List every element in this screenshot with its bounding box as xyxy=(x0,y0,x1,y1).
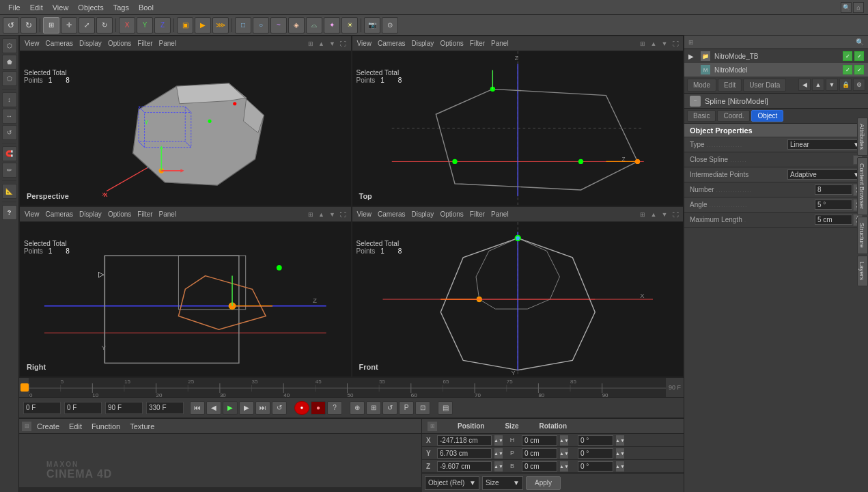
snap-extra-button[interactable]: ⊡ xyxy=(415,401,430,415)
sphere-object-button[interactable]: ○ xyxy=(253,17,269,33)
z-rot-arrow[interactable]: ▲▼ xyxy=(616,461,624,472)
vp-front-view-menu[interactable]: View xyxy=(355,210,374,219)
vp-right-expand-icon[interactable]: ⊞ xyxy=(306,210,316,219)
vp-perspective-panel-menu[interactable]: Panel xyxy=(157,39,179,48)
menu-view[interactable]: View xyxy=(48,2,73,13)
attributes-tab[interactable]: Attributes xyxy=(857,118,868,156)
vp-front-cameras-menu[interactable]: Cameras xyxy=(376,210,408,219)
vp-right-down-icon[interactable]: ▼ xyxy=(328,210,337,219)
x-axis-button[interactable]: X xyxy=(119,17,135,33)
vp-front-expand-icon[interactable]: ⊞ xyxy=(638,210,647,219)
y-pos-field[interactable]: 6.703 cm xyxy=(437,448,492,459)
light-button[interactable]: ☀ xyxy=(341,17,358,33)
y-size-field[interactable]: 0 cm xyxy=(522,448,557,459)
vp-front-display-menu[interactable]: Display xyxy=(410,210,436,219)
vp-top-filter-menu[interactable]: Filter xyxy=(468,39,487,48)
panel-nav-settings[interactable]: ⚙ xyxy=(853,79,865,91)
current-frame-field[interactable]: 0 F xyxy=(64,402,102,414)
end-frame-field[interactable]: 90 F xyxy=(105,402,143,414)
object-rel-dropdown[interactable]: Object (Rel) ▼ xyxy=(425,476,479,490)
move-icon[interactable]: ↕ xyxy=(2,92,17,107)
record-active-button[interactable]: ● xyxy=(311,401,326,415)
cube-object-button[interactable]: □ xyxy=(235,17,251,33)
spline-button[interactable]: ~ xyxy=(270,17,287,33)
snap-button[interactable]: ⊙ xyxy=(382,17,398,33)
render-all-button[interactable]: ⋙ xyxy=(212,17,229,33)
x-rot-arrow[interactable]: ▲▼ xyxy=(616,435,624,446)
panel-nav-up[interactable]: ▲ xyxy=(812,79,824,91)
texture-tab[interactable]: Texture xyxy=(126,421,158,432)
obj-vis1-check[interactable]: ✓ xyxy=(843,51,852,61)
vp-right-fullscreen-icon[interactable]: ⛶ xyxy=(339,210,348,219)
menu-file[interactable]: File xyxy=(4,2,25,13)
vp-expand-icon[interactable]: ⊞ xyxy=(306,39,316,49)
skip-start-button[interactable]: ⏮ xyxy=(190,401,205,415)
vp-front-up-icon[interactable]: ▲ xyxy=(649,210,658,219)
type-dropdown[interactable]: Linear ▼ xyxy=(787,139,863,150)
z-rot-field[interactable]: 0 ° xyxy=(578,461,613,472)
home-icon[interactable]: ⌂ xyxy=(853,2,864,13)
y-pos-arrow[interactable]: ▲▼ xyxy=(494,448,503,459)
x-pos-arrow[interactable]: ▲▼ xyxy=(494,435,503,446)
vp-front-down-icon[interactable]: ▼ xyxy=(660,210,669,219)
vp-perspective-options-menu[interactable]: Options xyxy=(106,39,133,48)
step-back-button[interactable]: ◀ xyxy=(206,401,221,415)
max-length-field[interactable]: 5 cm xyxy=(815,215,852,225)
vp-up-icon[interactable]: ▲ xyxy=(317,39,326,49)
vp-right-view-menu[interactable]: View xyxy=(23,210,42,219)
menu-tags[interactable]: Tags xyxy=(109,2,133,13)
x-size-field[interactable]: 0 cm xyxy=(522,435,557,446)
vp-fullscreen-icon[interactable]: ⛶ xyxy=(339,39,348,49)
sub-tab-object[interactable]: Object xyxy=(751,110,783,122)
edit-tab-panel[interactable]: Edit xyxy=(718,79,742,92)
polygon-mode-icon[interactable]: ⬠ xyxy=(2,71,17,86)
size-dropdown[interactable]: Size ▼ xyxy=(482,476,523,490)
ruler-icon[interactable]: 📐 xyxy=(2,184,17,199)
vp-top-panel-menu[interactable]: Panel xyxy=(489,39,511,48)
obj-list-item-nitromode-tb[interactable]: ▶ 📁 NitroMode_TB ✓ ✓ xyxy=(684,49,868,63)
move-tool-button[interactable]: ✛ xyxy=(61,17,77,33)
render-active-button[interactable]: ▶ xyxy=(195,17,211,33)
vp-top-expand-icon[interactable]: ⊞ xyxy=(638,39,647,49)
panel-nav-left[interactable]: ◀ xyxy=(798,79,811,91)
vp-front-options-menu[interactable]: Options xyxy=(438,210,465,219)
vp-perspective-filter-menu[interactable]: Filter xyxy=(135,39,154,48)
create-tab[interactable]: Create xyxy=(33,421,64,432)
points-mode-icon[interactable]: ⬡ xyxy=(2,38,17,53)
redo-button[interactable]: ↻ xyxy=(20,17,37,33)
panel-nav-lock[interactable]: 🔒 xyxy=(839,79,852,91)
undo-button[interactable]: ↺ xyxy=(3,17,19,33)
rotate-tool-button[interactable]: ↻ xyxy=(96,17,113,33)
x-rot-field[interactable]: 0 ° xyxy=(578,435,613,446)
z-axis-button[interactable]: Z xyxy=(154,17,171,33)
menu-edit[interactable]: Edit xyxy=(26,2,47,13)
deform-button[interactable]: ⌓ xyxy=(306,17,322,33)
snap-pivot-button[interactable]: P xyxy=(399,401,414,415)
start-frame-field[interactable]: 0 F xyxy=(23,402,61,414)
play-button[interactable]: ▶ xyxy=(223,401,238,415)
menu-objects[interactable]: Objects xyxy=(74,2,107,13)
paint-icon[interactable]: ✏ xyxy=(2,163,17,178)
vp-top-fullscreen-icon[interactable]: ⛶ xyxy=(671,39,680,49)
snap-rotate-button[interactable]: ↺ xyxy=(382,401,397,415)
obj-vis2-check[interactable]: ✓ xyxy=(854,51,864,61)
nurbs-button[interactable]: ◈ xyxy=(288,17,305,33)
obj-model-vis2[interactable]: ✓ xyxy=(854,65,864,74)
y-rot-field[interactable]: 0 ° xyxy=(578,448,613,459)
select-tool-button[interactable]: ⊞ xyxy=(43,17,59,33)
vp-top-down-icon[interactable]: ▼ xyxy=(660,39,669,49)
vp-top-cameras-menu[interactable]: Cameras xyxy=(376,39,408,48)
vp-perspective-view-menu[interactable]: View xyxy=(23,39,42,48)
edge-mode-icon[interactable]: ⬟ xyxy=(2,55,17,70)
z-size-field[interactable]: 0 cm xyxy=(522,461,557,472)
vp-right-display-menu[interactable]: Display xyxy=(77,210,104,219)
vp-front-fullscreen-icon[interactable]: ⛶ xyxy=(671,210,680,219)
content-browser-tab[interactable]: Content Browser xyxy=(857,157,868,215)
apply-button[interactable]: Apply xyxy=(526,476,561,490)
magnet-icon[interactable]: 🧲 xyxy=(2,146,17,161)
y-axis-button[interactable]: Y xyxy=(137,17,153,33)
help-icon[interactable]: ? xyxy=(2,205,17,220)
camera-button[interactable]: 📷 xyxy=(364,17,380,33)
function-tab[interactable]: Function xyxy=(87,421,124,432)
mode-tab[interactable]: Mode xyxy=(687,79,716,92)
